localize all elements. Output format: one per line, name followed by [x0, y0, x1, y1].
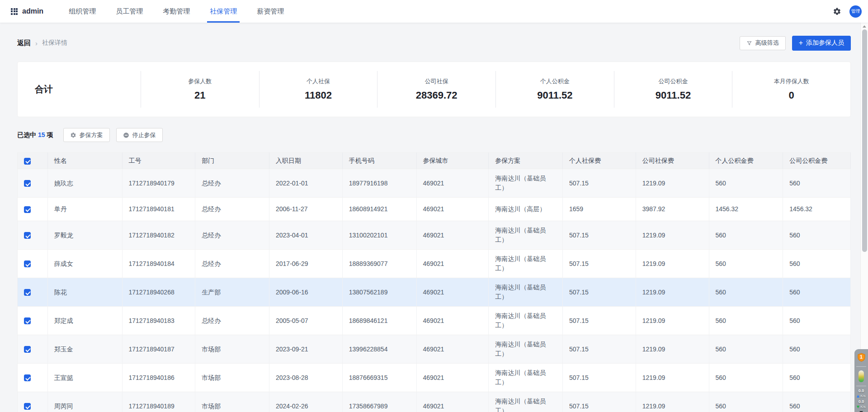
column-header: 个人公积金费: [709, 153, 783, 169]
select-all-checkbox[interactable]: [24, 158, 31, 165]
upload-speed: 0.0: [859, 388, 864, 393]
cell-company-ss: 3987.92: [636, 198, 709, 221]
cell-city: 469021: [416, 221, 489, 250]
cell-personal-fund: 560: [709, 307, 783, 335]
cell-company-fund: 560: [783, 392, 851, 412]
widget-divider: [856, 366, 866, 367]
nav-item[interactable]: 组织管理: [59, 0, 106, 23]
stat-value: 21: [194, 90, 205, 101]
cell-personal-fund: 1456.32: [709, 198, 783, 221]
download-arrow-icon: [857, 406, 859, 408]
cell-personal-ss: 507.15: [563, 169, 636, 198]
nav-item[interactable]: 社保管理: [200, 0, 247, 23]
row-checkbox[interactable]: [24, 180, 31, 187]
add-insured-button[interactable]: + 添加参保人员: [792, 36, 851, 51]
cell-name: 郑玉金: [47, 335, 122, 364]
column-header: 公司公积金费: [783, 153, 851, 169]
security-widget[interactable]: 1 0.0 K/s 0.0 K/s: [854, 349, 868, 412]
nav-item[interactable]: 薪资管理: [247, 0, 294, 23]
cell-dept: 市场部: [195, 335, 269, 364]
column-header: 个人社保费: [563, 153, 636, 169]
cell-phone: 17358667989: [342, 392, 416, 412]
row-checkbox[interactable]: [24, 317, 31, 324]
cell-plan: 海南达川（基础员工）: [489, 364, 563, 392]
cell-emp-id: 1712718940189: [122, 392, 195, 412]
cell-plan: 海南达川（基础员工）: [489, 169, 563, 198]
download-unit: K/s: [860, 404, 866, 409]
summary-stat: 公司社保 28369.72: [377, 71, 495, 108]
shield-icon[interactable]: 1: [857, 353, 866, 362]
row-checkbox[interactable]: [24, 403, 31, 410]
cell-city: 469021: [416, 198, 489, 221]
row-checkbox[interactable]: [24, 260, 31, 267]
cell-hire-date: 2023-08-28: [269, 364, 343, 392]
row-checkbox-cell: [18, 221, 48, 250]
column-header: 部门: [195, 153, 269, 169]
insurance-plan-button[interactable]: 参保方案: [63, 128, 110, 142]
back-link[interactable]: 返回: [17, 39, 31, 47]
row-checkbox-cell: [18, 307, 48, 335]
row-checkbox-cell: [18, 169, 48, 198]
cell-name: 姚玖志: [47, 169, 122, 198]
cell-name: 周芮同: [47, 392, 122, 412]
cell-name: 陈花: [47, 278, 122, 307]
brand-name: admin: [22, 7, 43, 15]
cell-company-fund: 560: [783, 307, 851, 335]
row-checkbox[interactable]: [24, 289, 31, 296]
cell-plan: 海南达川（基础员工）: [489, 392, 563, 412]
cell-city: 469021: [416, 335, 489, 364]
cell-emp-id: 1712718940268: [122, 278, 195, 307]
selection-prefix: 已选中: [17, 131, 36, 138]
row-checkbox-cell: [18, 278, 48, 307]
upload-unit: K/s: [860, 393, 866, 398]
scrollbar-thumb[interactable]: [862, 29, 867, 252]
add-insured-label: 添加参保人员: [806, 39, 844, 47]
cell-dept: 总经办: [195, 221, 269, 250]
user-avatar[interactable]: 管理: [849, 5, 862, 18]
stat-value: 28369.72: [416, 90, 458, 101]
cell-company-ss: 1219.09: [636, 364, 709, 392]
cell-dept: 总经办: [195, 250, 269, 278]
settings-gear-icon[interactable]: [833, 7, 841, 16]
cell-plan: 海南达川（基础员工）: [489, 250, 563, 278]
shield-badge-count: 1: [857, 353, 866, 362]
nav-item[interactable]: 考勤管理: [153, 0, 200, 23]
row-checkbox[interactable]: [24, 346, 31, 353]
nav-item[interactable]: 员工管理: [106, 0, 153, 23]
cell-city: 469021: [416, 278, 489, 307]
insurance-plan-label: 参保方案: [80, 131, 103, 139]
main-nav: 组织管理 员工管理 考勤管理 社保管理 薪资管理: [59, 0, 294, 23]
toolbar: 返回 › 社保详情 高级筛选 + 添加参保人员: [17, 35, 851, 51]
scrollbar-up-arrow-icon[interactable]: [863, 25, 866, 28]
column-header: 入职日期: [269, 153, 343, 169]
apps-grid-icon[interactable]: [11, 8, 18, 15]
cell-name: 王宣懿: [47, 364, 122, 392]
summary-card: 合计 参保人数 21 个人社保 11802 公司社保 28369.72: [17, 62, 851, 117]
advanced-filter-button[interactable]: 高级筛选: [740, 36, 786, 50]
stat-value: 9011.52: [537, 90, 572, 101]
column-header: 参保方案: [489, 153, 563, 169]
row-checkbox[interactable]: [24, 374, 31, 381]
cell-hire-date: 2005-05-07: [269, 307, 343, 335]
cell-hire-date: 2023-09-21: [269, 335, 343, 364]
network-upload: 0.0 K/s: [857, 388, 866, 398]
row-checkbox[interactable]: [24, 206, 31, 213]
stat-label: 公司社保: [425, 77, 448, 85]
column-header: 公司社保费: [636, 153, 709, 169]
table-body: 姚玖志 1712718940179 总经办 2022-01-01 1897791…: [18, 169, 851, 412]
row-checkbox[interactable]: [24, 232, 31, 239]
chevron-right-icon: ›: [35, 39, 38, 47]
cell-city: 469021: [416, 169, 489, 198]
cell-phone: 18608914921: [342, 198, 416, 221]
summary-stat: 本月停保人数 0: [732, 71, 850, 108]
stop-insurance-button[interactable]: 停止参保: [116, 128, 163, 142]
selection-summary: 已选中15项: [17, 131, 53, 139]
stop-minus-circle-icon: [123, 132, 129, 138]
cell-hire-date: 2009-06-16: [269, 278, 343, 307]
column-header: 工号: [122, 153, 195, 169]
stat-label: 个人社保: [307, 77, 330, 85]
cell-dept: 总经办: [195, 169, 269, 198]
cell-plan: 海南达川（基础员工）: [489, 335, 563, 364]
table-row: 单丹 1712718940181 总经办 2006-11-27 18608914…: [18, 198, 851, 221]
cell-dept: 市场部: [195, 364, 269, 392]
